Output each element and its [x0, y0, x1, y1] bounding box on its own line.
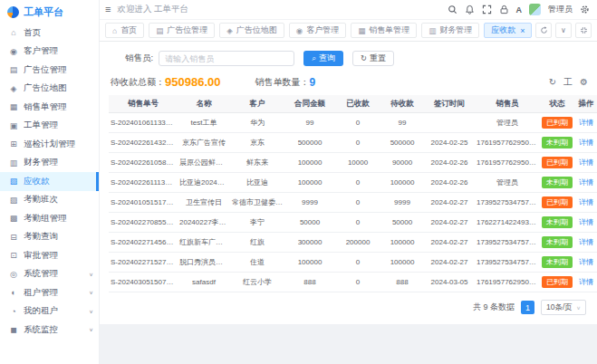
tab-财务管理[interactable]: ▥财务管理: [421, 23, 479, 38]
chevron-down-icon: ∨: [89, 272, 93, 277]
cell-action: 详情: [574, 213, 597, 233]
bell-icon[interactable]: [465, 5, 475, 14]
detail-link[interactable]: 详情: [579, 278, 593, 286]
cell-status: 未到期: [540, 233, 574, 253]
salesperson-input[interactable]: [159, 51, 294, 66]
cell-status: 未到期: [540, 173, 574, 193]
sidebar-item-receivables[interactable]: ▧应收款: [0, 172, 99, 191]
sidebar-item-system[interactable]: ◎系统管理∨: [0, 265, 99, 284]
hamburger-icon[interactable]: ≡: [105, 5, 111, 14]
filter-label: 销售员:: [125, 53, 153, 64]
sidebar-item-work-orders[interactable]: ▣工单管理: [0, 117, 99, 136]
table-row: S-2024022611133465比亚迪20240001比亚迪10000001…: [109, 173, 597, 193]
detail-link[interactable]: 详情: [579, 119, 593, 127]
gear-icon[interactable]: [580, 5, 590, 14]
sidebar-item-my-tenant[interactable]: ◔我的租户∨: [0, 302, 99, 321]
status-badge: 未到期: [542, 216, 573, 228]
cell-received: 0: [335, 273, 380, 292]
sidebar-item-label: 应收款: [24, 176, 50, 187]
search-icon[interactable]: [448, 5, 457, 14]
sidebar-item-home[interactable]: ⌂首页: [0, 24, 99, 43]
tab-icon: ▦: [358, 26, 365, 35]
column-header: 销售单号: [109, 95, 178, 113]
detail-link[interactable]: 详情: [579, 178, 593, 187]
sidebar-item-tenants[interactable]: ◐租户管理∨: [0, 283, 99, 302]
column-header: 操作: [574, 95, 597, 113]
tab-广告位管理[interactable]: ▤广告位管理: [149, 23, 215, 38]
cell-customer: 华为: [230, 113, 284, 133]
cell-name: 比亚迪20240001: [178, 173, 230, 193]
sidebar-item-ad-slots[interactable]: ▤广告位管理: [0, 61, 99, 80]
status-badge: 未到期: [542, 177, 573, 188]
sidebar-item-inspection-plan[interactable]: ⊞巡检计划管理: [0, 135, 99, 154]
detail-link[interactable]: 详情: [579, 238, 593, 246]
lock-icon[interactable]: [499, 5, 509, 14]
chevron-down-icon: ∨: [576, 304, 581, 310]
table-row: S-2024010515171262卫生宣传日常德市卫健委宣传部99990999…: [109, 193, 597, 213]
refresh-icon[interactable]: ↻: [549, 78, 556, 87]
sidebar-item-customers[interactable]: ◉客户管理: [0, 43, 99, 62]
tab-客户管理[interactable]: ◉客户管理: [289, 23, 346, 38]
search-button[interactable]: ⌕ 查询: [303, 51, 343, 66]
cell-customer: 住道: [230, 253, 284, 273]
finance-icon: ▥: [9, 158, 18, 168]
column-header: 名称: [178, 95, 230, 113]
cell-sales: 管理员: [475, 173, 540, 193]
detail-link[interactable]: 详情: [579, 218, 593, 226]
settings-icon[interactable]: ⚙: [580, 78, 588, 87]
chevron-down-icon[interactable]: ∨: [555, 23, 572, 38]
tab-广告位地图[interactable]: ◈广告位地图: [219, 23, 284, 38]
cell-action: 详情: [574, 173, 597, 193]
cell-sales: 1739527534757896193: [475, 233, 540, 253]
main-area: ≡ 欢迎进入 工单平台 A 管理员 ⌂首页▤广告位管理◈广告位地图◉客户管理▦销…: [100, 0, 597, 364]
tab-icon: ▤: [156, 26, 163, 35]
table-row: S-2024030515072425safasdf红云小学88808882024…: [109, 273, 597, 292]
sidebar-item-ad-map[interactable]: ◈广告位地图: [0, 80, 99, 99]
sidebar-item-approvals[interactable]: ⊡审批管理: [0, 246, 99, 265]
column-header: 客户: [230, 95, 284, 113]
tab-label: 财务管理: [439, 24, 472, 36]
username[interactable]: 管理员: [548, 4, 573, 15]
column-icon[interactable]: 工: [563, 78, 573, 87]
approvals-icon: ⊡: [9, 251, 18, 260]
sidebar-item-label: 客户管理: [24, 45, 58, 57]
logo[interactable]: 工单平台: [0, 0, 99, 24]
close-icon[interactable]: ×: [520, 26, 525, 35]
logo-icon: [7, 6, 19, 18]
sidebar-item-monitor[interactable]: ◼系统监控∨: [0, 321, 99, 340]
cell-action: 详情: [574, 153, 597, 173]
reset-button[interactable]: ↻ 重置: [352, 51, 394, 66]
sidebar-item-attendance-group[interactable]: ▩考勤组管理: [0, 209, 99, 228]
cell-status: 已到期: [540, 153, 574, 173]
work-orders-icon: ▣: [9, 121, 18, 130]
sidebar-item-finance[interactable]: ▥财务管理: [0, 154, 99, 173]
tab-销售单管理[interactable]: ▦销售单管理: [351, 23, 417, 38]
detail-link[interactable]: 详情: [579, 198, 593, 206]
brand-name: 工单平台: [24, 5, 63, 19]
detail-link[interactable]: 详情: [579, 258, 593, 266]
tab-首页[interactable]: ⌂首页: [105, 23, 144, 38]
sidebar-item-attendance-query[interactable]: ⊟考勤查询: [0, 228, 99, 247]
page-size-select[interactable]: 10条/页 ∨: [541, 300, 586, 315]
cell-date: 2024-02-26: [424, 153, 475, 173]
exit-fullscreen-icon[interactable]: [575, 23, 592, 38]
font-size-icon[interactable]: A: [516, 5, 523, 14]
detail-link[interactable]: 详情: [579, 139, 593, 147]
cell-date: [424, 113, 475, 133]
cell-contract: 500000: [284, 133, 335, 153]
pagination-total: 共 9 条数据: [473, 302, 515, 313]
sidebar-item-sales-orders[interactable]: ▦销售单管理: [0, 98, 99, 117]
cell-name: 京东广告宣传: [178, 133, 230, 153]
table-toolbar: ↻ 工 ⚙: [549, 78, 588, 87]
tab-应收款[interactable]: 应收款×: [484, 23, 532, 38]
fullscreen-icon[interactable]: [482, 5, 492, 14]
detail-link[interactable]: 详情: [579, 158, 593, 167]
status-badge: 未到期: [542, 256, 573, 268]
sidebar-item-shifts[interactable]: ▨考勤班次: [0, 191, 99, 210]
sidebar-item-label: 广告位地图: [24, 82, 67, 94]
refresh-icon[interactable]: [535, 23, 552, 38]
avatar[interactable]: [529, 4, 541, 15]
cell-name: 20240227李宁销售单: [178, 213, 230, 233]
page-number-button[interactable]: 1: [521, 301, 534, 314]
tab-label: 首页: [120, 24, 137, 36]
